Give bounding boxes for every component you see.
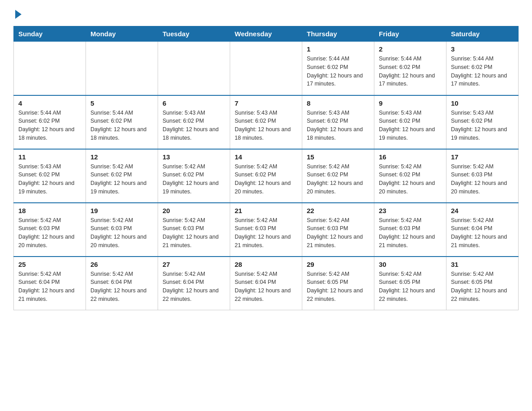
day-number: 5 bbox=[90, 99, 153, 107]
day-cell: 6Sunrise: 5:43 AMSunset: 6:02 PMDaylight… bbox=[158, 95, 230, 149]
calendar-table: SundayMondayTuesdayWednesdayThursdayFrid… bbox=[13, 26, 519, 310]
day-number: 10 bbox=[451, 99, 514, 107]
day-info: Sunrise: 5:42 AMSunset: 6:02 PMDaylight:… bbox=[90, 163, 153, 196]
day-cell: 5Sunrise: 5:44 AMSunset: 6:02 PMDaylight… bbox=[86, 95, 158, 149]
day-info: Sunrise: 5:44 AMSunset: 6:02 PMDaylight:… bbox=[451, 55, 514, 88]
day-info: Sunrise: 5:43 AMSunset: 6:02 PMDaylight:… bbox=[18, 163, 81, 196]
day-number: 2 bbox=[379, 45, 442, 53]
day-number: 20 bbox=[163, 207, 225, 214]
day-info: Sunrise: 5:43 AMSunset: 6:02 PMDaylight:… bbox=[307, 109, 369, 142]
col-header-thursday: Thursday bbox=[302, 26, 374, 42]
day-number: 31 bbox=[451, 261, 514, 268]
day-number: 19 bbox=[90, 207, 153, 214]
col-header-monday: Monday bbox=[86, 26, 158, 42]
day-cell: 14Sunrise: 5:42 AMSunset: 6:02 PMDayligh… bbox=[230, 149, 302, 203]
day-info: Sunrise: 5:42 AMSunset: 6:02 PMDaylight:… bbox=[235, 163, 297, 196]
logo-arrow-icon bbox=[15, 10, 21, 19]
day-info: Sunrise: 5:42 AMSunset: 6:04 PMDaylight:… bbox=[90, 270, 153, 304]
day-cell: 21Sunrise: 5:42 AMSunset: 6:03 PMDayligh… bbox=[230, 203, 302, 257]
day-cell: 20Sunrise: 5:42 AMSunset: 6:03 PMDayligh… bbox=[158, 203, 230, 257]
day-info: Sunrise: 5:42 AMSunset: 6:03 PMDaylight:… bbox=[235, 216, 297, 250]
logo-line1 bbox=[13, 9, 23, 19]
day-info: Sunrise: 5:43 AMSunset: 6:02 PMDaylight:… bbox=[451, 109, 514, 142]
day-info: Sunrise: 5:42 AMSunset: 6:03 PMDaylight:… bbox=[18, 216, 81, 250]
col-header-saturday: Saturday bbox=[446, 26, 519, 42]
day-number: 12 bbox=[90, 153, 153, 161]
day-cell: 19Sunrise: 5:42 AMSunset: 6:03 PMDayligh… bbox=[86, 203, 158, 257]
day-number: 27 bbox=[163, 261, 225, 268]
day-info: Sunrise: 5:44 AMSunset: 6:02 PMDaylight:… bbox=[307, 55, 369, 88]
day-number: 11 bbox=[18, 153, 81, 161]
day-number: 18 bbox=[18, 207, 81, 214]
day-info: Sunrise: 5:43 AMSunset: 6:02 PMDaylight:… bbox=[235, 109, 297, 142]
day-number: 1 bbox=[307, 45, 369, 53]
day-info: Sunrise: 5:42 AMSunset: 6:03 PMDaylight:… bbox=[451, 163, 514, 196]
day-info: Sunrise: 5:42 AMSunset: 6:05 PMDaylight:… bbox=[379, 270, 442, 304]
day-cell: 12Sunrise: 5:42 AMSunset: 6:02 PMDayligh… bbox=[86, 149, 158, 203]
day-number: 6 bbox=[163, 99, 225, 107]
day-number: 9 bbox=[379, 99, 442, 107]
week-row-1: 1Sunrise: 5:44 AMSunset: 6:02 PMDaylight… bbox=[14, 42, 519, 95]
day-number: 3 bbox=[451, 45, 514, 53]
day-cell: 17Sunrise: 5:42 AMSunset: 6:03 PMDayligh… bbox=[446, 149, 519, 203]
day-cell: 8Sunrise: 5:43 AMSunset: 6:02 PMDaylight… bbox=[302, 95, 374, 149]
day-cell: 2Sunrise: 5:44 AMSunset: 6:02 PMDaylight… bbox=[374, 42, 446, 95]
day-number: 28 bbox=[235, 261, 297, 268]
day-number: 29 bbox=[307, 261, 369, 268]
day-cell: 16Sunrise: 5:42 AMSunset: 6:02 PMDayligh… bbox=[374, 149, 446, 203]
day-cell: 9Sunrise: 5:43 AMSunset: 6:02 PMDaylight… bbox=[374, 95, 446, 149]
day-cell: 7Sunrise: 5:43 AMSunset: 6:02 PMDaylight… bbox=[230, 95, 302, 149]
col-header-friday: Friday bbox=[374, 26, 446, 42]
header bbox=[13, 9, 519, 17]
week-row-5: 25Sunrise: 5:42 AMSunset: 6:04 PMDayligh… bbox=[14, 257, 519, 310]
day-cell: 27Sunrise: 5:42 AMSunset: 6:04 PMDayligh… bbox=[158, 257, 230, 310]
day-number: 13 bbox=[163, 153, 225, 161]
day-number: 25 bbox=[18, 261, 81, 268]
day-number: 21 bbox=[235, 207, 297, 214]
day-info: Sunrise: 5:42 AMSunset: 6:03 PMDaylight:… bbox=[379, 216, 442, 250]
week-row-2: 4Sunrise: 5:44 AMSunset: 6:02 PMDaylight… bbox=[14, 95, 519, 149]
day-number: 30 bbox=[379, 261, 442, 268]
day-info: Sunrise: 5:42 AMSunset: 6:04 PMDaylight:… bbox=[235, 270, 297, 304]
day-number: 23 bbox=[379, 207, 442, 214]
day-number: 24 bbox=[451, 207, 514, 214]
day-cell: 23Sunrise: 5:42 AMSunset: 6:03 PMDayligh… bbox=[374, 203, 446, 257]
day-cell: 24Sunrise: 5:42 AMSunset: 6:04 PMDayligh… bbox=[446, 203, 519, 257]
day-info: Sunrise: 5:44 AMSunset: 6:02 PMDaylight:… bbox=[18, 109, 81, 142]
day-cell: 18Sunrise: 5:42 AMSunset: 6:03 PMDayligh… bbox=[14, 203, 86, 257]
day-cell: 28Sunrise: 5:42 AMSunset: 6:04 PMDayligh… bbox=[230, 257, 302, 310]
day-number: 17 bbox=[451, 153, 514, 161]
day-info: Sunrise: 5:42 AMSunset: 6:03 PMDaylight:… bbox=[163, 216, 225, 250]
day-info: Sunrise: 5:42 AMSunset: 6:02 PMDaylight:… bbox=[163, 163, 225, 196]
day-info: Sunrise: 5:42 AMSunset: 6:02 PMDaylight:… bbox=[379, 163, 442, 196]
calendar-header-row: SundayMondayTuesdayWednesdayThursdayFrid… bbox=[14, 26, 519, 42]
day-number: 14 bbox=[235, 153, 297, 161]
day-cell: 26Sunrise: 5:42 AMSunset: 6:04 PMDayligh… bbox=[86, 257, 158, 310]
day-number: 22 bbox=[307, 207, 369, 214]
day-cell: 15Sunrise: 5:42 AMSunset: 6:02 PMDayligh… bbox=[302, 149, 374, 203]
day-info: Sunrise: 5:42 AMSunset: 6:03 PMDaylight:… bbox=[90, 216, 153, 250]
day-info: Sunrise: 5:42 AMSunset: 6:05 PMDaylight:… bbox=[451, 270, 514, 304]
day-info: Sunrise: 5:44 AMSunset: 6:02 PMDaylight:… bbox=[90, 109, 153, 142]
day-cell: 1Sunrise: 5:44 AMSunset: 6:02 PMDaylight… bbox=[302, 42, 374, 95]
day-cell: 22Sunrise: 5:42 AMSunset: 6:03 PMDayligh… bbox=[302, 203, 374, 257]
day-cell: 11Sunrise: 5:43 AMSunset: 6:02 PMDayligh… bbox=[14, 149, 86, 203]
day-cell: 29Sunrise: 5:42 AMSunset: 6:05 PMDayligh… bbox=[302, 257, 374, 310]
logo bbox=[13, 9, 23, 17]
col-header-sunday: Sunday bbox=[14, 26, 86, 42]
day-info: Sunrise: 5:42 AMSunset: 6:03 PMDaylight:… bbox=[307, 216, 369, 250]
day-info: Sunrise: 5:43 AMSunset: 6:02 PMDaylight:… bbox=[379, 109, 442, 142]
day-cell: 3Sunrise: 5:44 AMSunset: 6:02 PMDaylight… bbox=[446, 42, 519, 95]
day-number: 7 bbox=[235, 99, 297, 107]
day-info: Sunrise: 5:44 AMSunset: 6:02 PMDaylight:… bbox=[379, 55, 442, 88]
day-number: 15 bbox=[307, 153, 369, 161]
day-number: 4 bbox=[18, 99, 81, 107]
day-cell: 25Sunrise: 5:42 AMSunset: 6:04 PMDayligh… bbox=[14, 257, 86, 310]
week-row-3: 11Sunrise: 5:43 AMSunset: 6:02 PMDayligh… bbox=[14, 149, 519, 203]
day-info: Sunrise: 5:43 AMSunset: 6:02 PMDaylight:… bbox=[163, 109, 225, 142]
day-info: Sunrise: 5:42 AMSunset: 6:04 PMDaylight:… bbox=[163, 270, 225, 304]
day-cell bbox=[86, 42, 158, 95]
day-number: 26 bbox=[90, 261, 153, 268]
day-cell: 13Sunrise: 5:42 AMSunset: 6:02 PMDayligh… bbox=[158, 149, 230, 203]
day-info: Sunrise: 5:42 AMSunset: 6:04 PMDaylight:… bbox=[18, 270, 81, 304]
